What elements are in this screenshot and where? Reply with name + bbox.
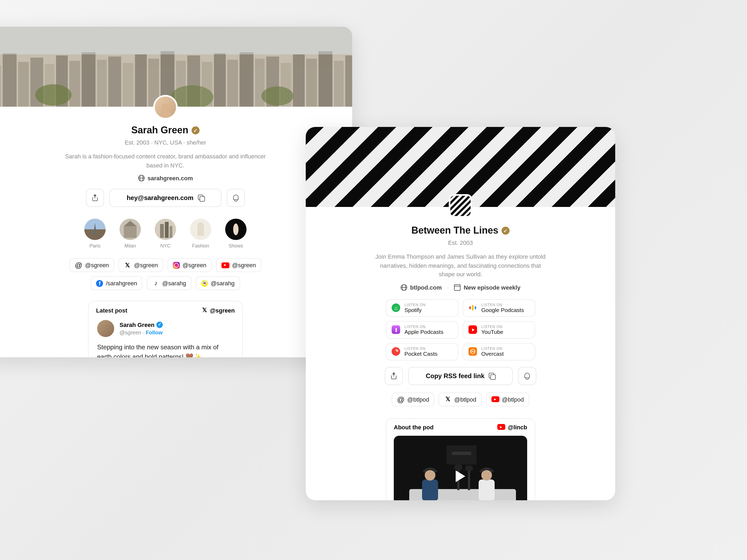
story-fashion[interactable]: Fashion — [190, 219, 211, 248]
svg-rect-67 — [465, 465, 473, 471]
profile-meta: Est. 2003 · NYC, USA · she/her — [125, 139, 206, 145]
svg-rect-60 — [422, 479, 438, 500]
listen-name: Apple Podcasts — [405, 328, 443, 335]
share-button[interactable] — [385, 367, 403, 385]
story-label: Paris — [89, 243, 100, 248]
website-link[interactable]: btlpod.com — [401, 284, 442, 290]
spotify-icon: ♫ — [392, 303, 400, 312]
podcast-logo[interactable] — [449, 194, 472, 218]
follow-link[interactable]: Follow — [146, 329, 162, 335]
social-handle: @sgreen — [232, 262, 256, 268]
story-shows[interactable]: Shows — [225, 219, 247, 248]
overcast-icon — [468, 347, 477, 356]
snapchat-icon: 👻 — [201, 280, 208, 287]
threads-icon: @ — [75, 261, 82, 269]
social-x[interactable]: 𝕏@sgreen — [119, 258, 163, 272]
listen-name: YouTube — [481, 328, 504, 335]
cover-banner — [0, 27, 352, 107]
x-icon: 𝕏 — [444, 396, 452, 403]
social-x[interactable]: 𝕏@btlpod — [439, 392, 482, 406]
post-avatar[interactable] — [97, 320, 114, 337]
social-links: @@sgreen 𝕏@sgreen @sgreen @sgreen f/sara… — [53, 258, 278, 290]
website-text: sarahgreen.com — [148, 175, 193, 181]
bell-icon — [232, 194, 239, 202]
notify-button[interactable] — [518, 367, 536, 385]
listen-overcast[interactable]: LISTEN ONOvercast — [463, 343, 535, 360]
svg-rect-2 — [0, 65, 1, 107]
svg-rect-12 — [123, 63, 133, 107]
story-paris[interactable]: Paris — [84, 219, 106, 248]
share-button[interactable] — [86, 189, 104, 207]
copy-icon — [489, 373, 495, 379]
about-source-handle: @lincb — [508, 424, 527, 430]
globe-icon — [401, 284, 407, 290]
svg-rect-58 — [452, 451, 471, 455]
share-icon — [91, 194, 99, 202]
social-snapchat[interactable]: 👻@sarahg — [196, 276, 240, 290]
svg-rect-37 — [165, 222, 169, 238]
social-youtube[interactable]: @sgreen — [216, 258, 261, 272]
svg-rect-66 — [468, 469, 470, 490]
about-title: About the pod — [394, 424, 434, 430]
verified-badge-icon: ✓ — [501, 227, 510, 235]
svg-rect-10 — [97, 60, 107, 107]
svg-rect-20 — [227, 60, 238, 107]
svg-rect-27 — [318, 51, 332, 107]
verified-check-icon: ✓ — [157, 322, 163, 328]
social-handle: @btlpod — [407, 396, 429, 402]
svg-rect-19 — [214, 53, 226, 107]
social-handle: @sgreen — [134, 262, 158, 268]
svg-rect-38 — [170, 226, 172, 238]
notify-button[interactable] — [227, 189, 245, 207]
svg-rect-26 — [306, 59, 317, 107]
listen-label: LISTEN ON — [405, 346, 438, 350]
about-source[interactable]: @lincb — [497, 424, 527, 430]
listen-youtube[interactable]: LISTEN ONYouTube — [463, 321, 535, 339]
threads-icon: @ — [397, 396, 405, 403]
youtube-icon — [497, 424, 505, 430]
story-nyc[interactable]: NYC — [155, 219, 176, 248]
svg-point-55 — [472, 351, 473, 352]
listen-name: Google Podcasts — [481, 306, 524, 313]
listen-name: Spotify — [405, 306, 426, 313]
social-handle: @sgreen — [85, 262, 109, 268]
website-link[interactable]: sarahgreen.com — [138, 175, 193, 181]
post-source-handle: @sgreen — [210, 307, 235, 313]
social-threads[interactable]: @@btlpod — [392, 392, 435, 406]
episode-note-text: New episode weekly — [464, 284, 520, 290]
profile-card-sarah: Sarah Green ✓ Est. 2003 · NYC, USA · she… — [0, 27, 352, 357]
listen-pocketcasts[interactable]: LISTEN ONPocket Casts — [386, 343, 458, 360]
social-threads[interactable]: @@sgreen — [70, 258, 114, 272]
social-handle: /sarahgreen — [106, 280, 137, 286]
calendar-icon — [454, 284, 461, 290]
svg-rect-9 — [82, 52, 96, 107]
story-milan[interactable]: Milan — [120, 219, 141, 248]
youtube-icon — [468, 325, 477, 334]
social-tiktok[interactable]: ♪@sarahg — [147, 276, 191, 290]
listen-apple[interactable]: LISTEN ONApple Podcasts — [386, 321, 458, 339]
svg-point-33 — [261, 86, 293, 106]
svg-rect-34 — [124, 226, 136, 238]
social-youtube[interactable]: @btlpod — [486, 392, 529, 406]
podcast-name: Between The Lines — [411, 225, 498, 236]
story-label: Fashion — [192, 243, 209, 248]
instagram-icon — [173, 262, 180, 269]
globe-icon — [138, 175, 144, 181]
svg-rect-29 — [345, 55, 352, 107]
listen-google[interactable]: LISTEN ONGoogle Podcasts — [463, 299, 535, 317]
svg-rect-8 — [69, 61, 80, 107]
svg-marker-53 — [472, 328, 474, 331]
listen-spotify[interactable]: ♫ LISTEN ONSpotify — [386, 299, 458, 317]
post-source[interactable]: 𝕏@sgreen — [202, 306, 235, 314]
social-instagram[interactable]: @sgreen — [168, 258, 212, 272]
website-text: btlpod.com — [410, 284, 442, 290]
social-facebook[interactable]: f/sarahgreen — [91, 276, 143, 290]
youtube-icon — [222, 262, 229, 268]
svg-point-31 — [35, 84, 72, 106]
avatar[interactable] — [153, 95, 178, 119]
email-button[interactable]: hey@sarahgreen.com — [109, 189, 222, 207]
copy-rss-button[interactable]: Copy RSS feed link — [408, 367, 513, 385]
profile-name: Sarah Green — [131, 125, 188, 136]
about-video[interactable] — [394, 435, 527, 500]
social-handle: @btlpod — [502, 396, 524, 402]
